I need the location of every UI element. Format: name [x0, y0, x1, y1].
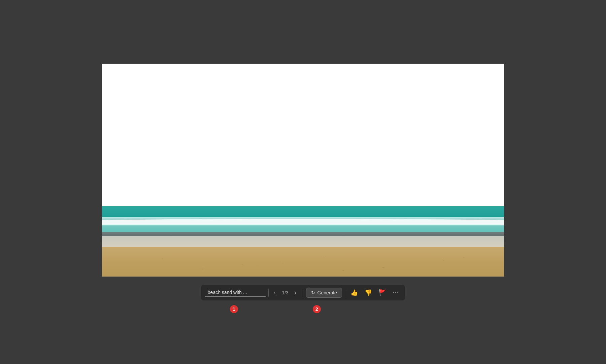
toolbar: ‹ 1/3 › ↻ Generate 👍 👎 — [201, 285, 405, 300]
next-button[interactable]: › — [292, 288, 299, 297]
more-button[interactable]: ··· — [390, 288, 401, 297]
toolbar-wrapper: ‹ 1/3 › ↻ Generate 👍 👎 — [201, 285, 405, 300]
badge-1: 1 — [229, 304, 239, 314]
wet-sand-layer — [102, 236, 504, 247]
chevron-right-icon: › — [295, 290, 296, 296]
divider-2 — [302, 289, 302, 297]
prev-button[interactable]: ‹ — [271, 288, 278, 297]
refresh-icon: ↻ — [311, 290, 315, 295]
thumbs-down-icon: 👎 — [365, 289, 372, 296]
badge-2: 2 — [312, 304, 322, 314]
more-icon: ··· — [393, 290, 398, 296]
image-frame — [102, 64, 504, 277]
beach-image — [102, 64, 504, 277]
sand-texture — [102, 247, 504, 277]
wave-detail — [102, 219, 504, 225]
page-indicator: 1/3 — [280, 290, 291, 295]
chevron-left-icon: ‹ — [274, 290, 276, 296]
sky-layer — [102, 64, 504, 206]
divider-3 — [345, 289, 345, 297]
prompt-input[interactable] — [205, 288, 266, 297]
thumbs-up-icon: 👍 — [350, 289, 358, 296]
generate-button[interactable]: ↻ Generate — [306, 288, 342, 298]
divider-1 — [268, 289, 269, 297]
main-container: ‹ 1/3 › ↻ Generate 👍 👎 — [102, 64, 504, 300]
thumbs-up-button[interactable]: 👍 — [348, 288, 361, 298]
generate-label: Generate — [317, 290, 337, 295]
flag-button[interactable]: 🚩 — [376, 288, 389, 298]
thumbs-down-button[interactable]: 👎 — [362, 288, 375, 298]
flag-icon: 🚩 — [379, 289, 386, 296]
